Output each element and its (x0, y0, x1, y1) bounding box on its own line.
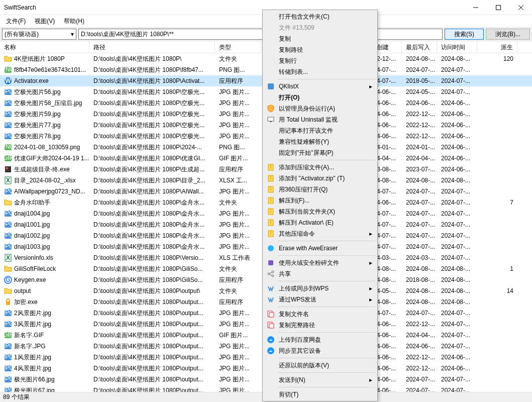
context-menu: 打开包含文件夹(C)文件 #13,509复制复制路径复制行转储到表...QKli… (262, 10, 378, 401)
menu-item[interactable]: QKlistX▸ (264, 81, 376, 92)
file-extra: 120 (477, 54, 517, 63)
file-name: 金舟水印助手 (14, 198, 50, 207)
submenu-arrow-icon: ▸ (369, 230, 372, 237)
file-name: 空极光图片77.jpg (14, 121, 61, 130)
menu-item[interactable]: 用360压缩打开(Q) (264, 184, 376, 195)
svg-text:PNG: PNG (4, 66, 12, 73)
file-modified: 2024-06-... (402, 98, 437, 108)
browse-button[interactable]: 浏览(B)... (486, 29, 530, 40)
drive-selector[interactable]: (所有驱动器) ▾ (2, 29, 76, 40)
menu-view[interactable]: 视图(V) (31, 16, 59, 27)
file-accessed: 2024-07-... (437, 331, 477, 340)
file-modified: 2024-07-... (402, 220, 437, 229)
close-button[interactable] (509, 0, 532, 15)
file-modified: 2022-12-... (402, 320, 437, 329)
menu-item[interactable]: 使用火绒安全粉碎文件▸ (264, 257, 376, 268)
file-modified: 2024-04-... (402, 154, 437, 163)
menu-item: 文件 #13,509 (264, 22, 376, 33)
menu-item-label: 打开(O) (279, 93, 299, 102)
menu-item[interactable]: 添加到 "Activator.zip" (T) (264, 173, 376, 184)
menu-item[interactable]: 打开包含文件夹(C) (264, 11, 376, 22)
file-accessed: 2024-07-... (437, 386, 477, 392)
file-path: D:\tools\桌面\4K壁纸图片 1080P\Activat... (89, 76, 215, 86)
menu-item[interactable]: 还原以前的版本(V) (264, 360, 376, 371)
menu-item[interactable]: 复制 (264, 33, 376, 44)
file-path: D:\tools\桌面\4K壁纸图片 1080P\空极光... (89, 98, 215, 109)
menu-item-label: 打开包含文件夹(C) (279, 13, 330, 21)
svg-text:JPG: JPG (4, 221, 12, 228)
column-modified[interactable]: 最后写入 (402, 41, 437, 53)
file-type: GIF 图片... (215, 330, 261, 341)
menu-item[interactable]: 用 Total Uninstall 监视 (264, 114, 376, 125)
menu-item[interactable]: 添加到压缩文件(A)... (264, 162, 376, 173)
file-extra (477, 312, 517, 314)
submenu-arrow-icon: ▸ (369, 259, 372, 266)
svg-text:JPG: JPG (4, 210, 12, 217)
maximize-button[interactable] (487, 0, 509, 15)
menu-item[interactable]: 转储到表... (264, 66, 376, 77)
file-extra (477, 367, 517, 369)
menu-item[interactable]: 复制行 (264, 55, 376, 66)
menu-item[interactable]: 打开(O) (264, 92, 376, 103)
menu-item[interactable]: 其他压缩命令▸ (264, 228, 376, 239)
column-path[interactable]: 路径 (89, 41, 215, 53)
file-accessed: 2024-07-... (437, 87, 477, 96)
menu-item-label: Erase with AweEraser (279, 245, 338, 252)
file-accessed: 2024-06-... (437, 121, 477, 130)
menu-file[interactable]: 文件(F) (2, 16, 30, 27)
menu-separator (278, 358, 375, 358)
menu-item[interactable]: 上传或同步到WPS▸ (264, 283, 376, 294)
search-button[interactable]: 搜索(S) (445, 29, 484, 40)
file-name: dnaji1001.jpg (14, 221, 50, 228)
column-extra[interactable]: 派生 (477, 41, 517, 53)
menu-separator (278, 255, 375, 256)
menu-item[interactable]: 复制路径 (264, 44, 376, 55)
column-type[interactable]: 类型 (215, 41, 261, 53)
file-name: 2风景图片.jpg (14, 309, 51, 318)
svg-text:JPG: JPG (4, 353, 12, 360)
file-name: 1风景图片.jpg (14, 353, 51, 362)
menu-item[interactable]: 用记事本打开该文件 (264, 125, 376, 136)
menu-item[interactable]: 发送到(N)▸ (264, 374, 376, 385)
menu-item[interactable]: 上传到百度网盘 (264, 334, 376, 345)
menu-item[interactable]: 剪切(T) (264, 389, 376, 400)
menu-item[interactable]: 复制完整路径 (264, 320, 376, 331)
file-path: D:\tools\桌面\4K壁纸图片 1080P\生成超... (89, 164, 215, 175)
menu-item[interactable]: 解压到 Activator\ (E) (264, 217, 376, 228)
file-type: JPG 图片... (215, 98, 261, 109)
wps-icon (267, 284, 275, 292)
menu-separator (278, 79, 375, 79)
menu-item[interactable]: 解压到当前文件夹(X) (264, 206, 376, 217)
file-extra (477, 345, 517, 347)
menu-item[interactable]: 解压到(F)... (264, 195, 376, 206)
menu-item[interactable]: 同步至其它设备 (264, 345, 376, 356)
menu-item[interactable]: 通过WPS发送▸ (264, 294, 376, 305)
file-icon: JPG (4, 232, 12, 240)
minimize-button[interactable] (464, 0, 487, 15)
svg-line-82 (270, 274, 272, 275)
menu-help[interactable]: 帮助(H) (60, 16, 88, 27)
menu-item[interactable]: 复制文件名 (264, 309, 376, 320)
column-accessed[interactable]: 访问时间 (437, 41, 477, 53)
menu-item[interactable]: 固定到"开始"屏幕(P) (264, 147, 376, 158)
file-icon: PNG (4, 143, 12, 151)
file-type: 文件夹 (215, 197, 261, 208)
file-extra: 1 (477, 264, 517, 273)
path-input[interactable] (78, 29, 443, 40)
file-path: D:\tools\桌面\4K壁纸图片 1080P\output... (89, 385, 215, 392)
svg-text:PNG: PNG (4, 143, 12, 150)
file-accessed: 2024-06-... (437, 143, 477, 152)
menu-item[interactable]: Erase with AweEraser (264, 243, 376, 254)
menu-item[interactable]: 兼容性疑难解答(Y) (264, 136, 376, 147)
file-path: D:\tools\桌面\4K壁纸图片 1080P\output... (89, 308, 215, 319)
menu-item-label: 复制 (279, 35, 291, 43)
menu-item[interactable]: 以管理员身份运行(A) (264, 103, 376, 114)
svg-text:X: X (6, 177, 10, 184)
file-accessed: 2024-07-... (437, 375, 477, 384)
menu-item[interactable]: 共享 (264, 268, 376, 279)
file-name: 空极光图片58_压缩后.jpg (14, 99, 82, 108)
column-name[interactable]: 名称 (0, 41, 89, 53)
file-icon: JPG (4, 375, 12, 383)
file-extra (477, 235, 517, 237)
file-type: JPG 图片... (215, 131, 261, 142)
